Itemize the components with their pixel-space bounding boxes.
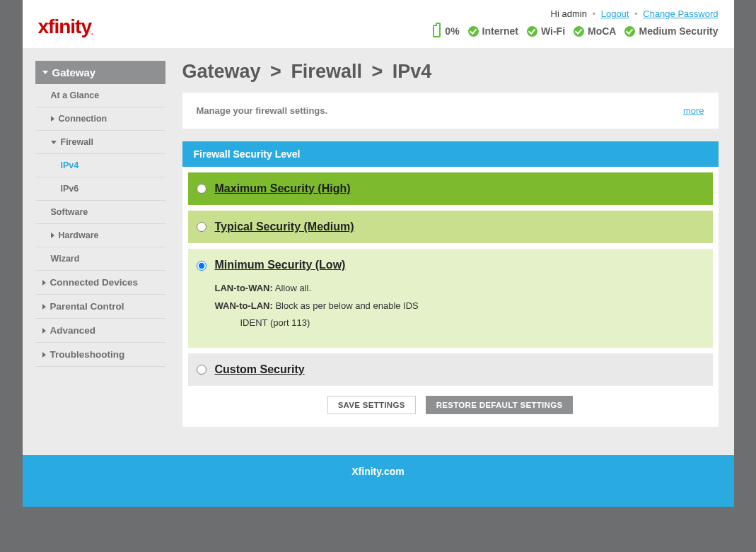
radio-maximum[interactable] xyxy=(197,184,207,194)
sidebar-item-hardware[interactable]: Hardware xyxy=(35,224,165,247)
detail-key: WAN-to-LAN: xyxy=(215,300,273,311)
chevron-down-icon xyxy=(51,141,57,144)
chevron-right-icon xyxy=(42,328,46,334)
sidebar-item-gateway[interactable]: Gateway xyxy=(35,61,165,84)
more-link[interactable]: more xyxy=(683,105,704,116)
detail-value: Block as per below and enable IDS xyxy=(275,300,418,311)
intro-text: Manage your firewall settings. xyxy=(197,105,328,116)
sidebar-item-wizard[interactable]: Wizard xyxy=(35,247,165,270)
option-custom-security[interactable]: Custom Security xyxy=(188,353,713,386)
sidebar-item-advanced[interactable]: Advanced xyxy=(35,319,165,342)
intro-box: Manage your firewall settings. more xyxy=(182,93,719,129)
check-icon xyxy=(624,26,635,37)
firewall-panel: Firewall Security Level Maximum Security… xyxy=(182,141,719,427)
panel-title: Firewall Security Level xyxy=(182,141,719,167)
sidebar-item-connected-devices[interactable]: Connected Devices xyxy=(35,271,165,294)
status-row: 0% Internet Wi-Fi MoCA Medium Security xyxy=(433,25,718,37)
sidebar-label: IPv4 xyxy=(61,160,79,170)
status-internet: Internet xyxy=(468,25,518,37)
status-moca: MoCA xyxy=(574,25,616,37)
sidebar-label: Gateway xyxy=(52,66,96,78)
sidebar-label: Parental Control xyxy=(50,301,124,312)
battery-icon xyxy=(433,25,441,37)
sidebar-item-at-a-glance[interactable]: At a Glance xyxy=(35,84,165,107)
breadcrumb-part: IPv4 xyxy=(392,61,432,82)
header: xfinity. Hi admin • Logout • Change Pass… xyxy=(23,0,734,48)
status-label: MoCA xyxy=(588,25,616,37)
chevron-right-icon xyxy=(42,352,46,358)
chevron-down-icon xyxy=(42,71,48,74)
check-icon xyxy=(574,26,584,37)
detail-key: LAN-to-WAN: xyxy=(215,283,273,293)
sidebar-item-firewall[interactable]: Firewall xyxy=(35,131,165,153)
logout-link[interactable]: Logout xyxy=(601,8,629,19)
option-label[interactable]: Maximum Security (High) xyxy=(215,182,351,195)
sidebar-item-parental-control[interactable]: Parental Control xyxy=(35,295,165,318)
option-maximum-security[interactable]: Maximum Security (High) xyxy=(188,172,713,205)
save-settings-button[interactable]: SAVE SETTINGS xyxy=(327,396,416,414)
chevron-right-icon xyxy=(51,116,54,122)
sidebar-label: Hardware xyxy=(59,230,99,240)
breadcrumb: Gateway > Firewall > IPv4 xyxy=(182,61,719,83)
sidebar-label: Advanced xyxy=(50,325,96,336)
sidebar-label: Software xyxy=(51,207,88,217)
brand-trail: . xyxy=(91,28,93,36)
option-label[interactable]: Custom Security xyxy=(215,363,305,376)
sidebar-label: IPv6 xyxy=(61,184,79,194)
breadcrumb-part: Gateway xyxy=(182,61,261,82)
status-label: Medium Security xyxy=(639,25,718,37)
option-label[interactable]: Typical Security (Medium) xyxy=(215,221,354,233)
option-details: LAN-to-WAN: Allow all. WAN-to-LAN: Block… xyxy=(215,280,419,332)
battery-pct: 0% xyxy=(445,25,459,37)
battery-status: 0% xyxy=(433,25,459,37)
chevron-right-icon xyxy=(42,280,46,286)
check-icon xyxy=(527,26,537,37)
sidebar-label: Connected Devices xyxy=(50,277,139,288)
radio-typical[interactable] xyxy=(197,222,207,232)
detail-ident: IDENT (port 113) xyxy=(215,315,419,332)
breadcrumb-part: Firewall xyxy=(291,61,362,82)
sidebar-label: Firewall xyxy=(61,137,94,147)
username: admin xyxy=(562,8,586,19)
footer: Xfinity.com xyxy=(23,455,734,507)
chevron-right-icon xyxy=(51,233,54,238)
main-content: Gateway > Firewall > IPv4 Manage your fi… xyxy=(178,61,734,427)
detail-value: Allow all. xyxy=(275,283,311,293)
separator: • xyxy=(632,8,641,19)
sidebar-item-ipv6[interactable]: IPv6 xyxy=(35,177,165,200)
sidebar: Gateway At a Glance Connection Firewall … xyxy=(23,61,178,427)
sidebar-item-connection[interactable]: Connection xyxy=(35,107,165,130)
status-security: Medium Security xyxy=(624,25,718,37)
option-typical-security[interactable]: Typical Security (Medium) xyxy=(188,211,713,243)
status-label: Wi-Fi xyxy=(541,25,565,37)
status-wifi: Wi-Fi xyxy=(527,25,565,37)
sidebar-label: At a Glance xyxy=(51,90,100,100)
sidebar-item-ipv4[interactable]: IPv4 xyxy=(35,154,165,177)
sidebar-item-troubleshooting[interactable]: Troubleshooting xyxy=(35,343,165,366)
button-row: SAVE SETTINGS RESTORE DEFAULT SETTINGS xyxy=(182,396,719,414)
sidebar-item-software[interactable]: Software xyxy=(35,201,165,223)
separator: • xyxy=(590,8,599,19)
sidebar-label: Wizard xyxy=(51,254,80,264)
check-icon xyxy=(468,26,479,37)
greeting-prefix: Hi xyxy=(551,8,562,19)
breadcrumb-sep: > xyxy=(367,61,387,82)
radio-minimum[interactable] xyxy=(197,261,207,271)
chevron-right-icon xyxy=(42,304,46,310)
footer-link[interactable]: Xfinity.com xyxy=(351,466,404,477)
header-right: Hi admin • Logout • Change Password 0% I… xyxy=(433,8,718,37)
breadcrumb-sep: > xyxy=(266,61,286,82)
brand-text: xfinity xyxy=(38,16,91,37)
status-label: Internet xyxy=(482,25,518,37)
sidebar-label: Troubleshooting xyxy=(50,349,125,360)
sidebar-label: Connection xyxy=(59,114,107,124)
brand-logo: xfinity. xyxy=(38,8,93,38)
change-password-link[interactable]: Change Password xyxy=(643,8,718,19)
option-label[interactable]: Minimum Security (Low) xyxy=(215,259,346,271)
radio-custom[interactable] xyxy=(197,365,207,375)
restore-default-button[interactable]: RESTORE DEFAULT SETTINGS xyxy=(426,396,574,414)
option-minimum-security[interactable]: Minimum Security (Low) LAN-to-WAN: Allow… xyxy=(188,249,713,348)
